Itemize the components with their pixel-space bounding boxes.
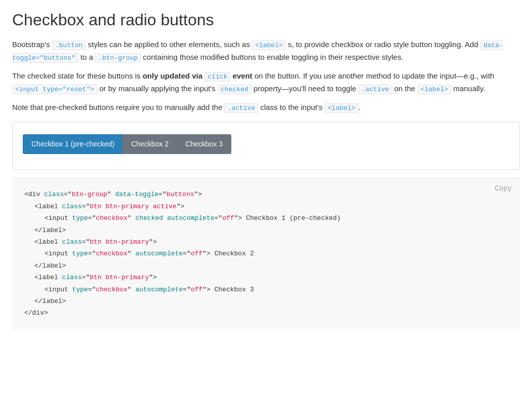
code-line-9: </label> xyxy=(24,295,508,307)
input-reset-code: <input type="reset"> xyxy=(12,85,97,94)
code-line-10: </div> xyxy=(24,307,508,319)
click-code: click xyxy=(204,72,230,82)
p1-middle: styles can be applied to other elements,… xyxy=(86,40,252,49)
p2-event: event xyxy=(232,71,252,80)
checked-code: checked xyxy=(218,85,252,94)
paragraph-2: The checked state for these buttons is o… xyxy=(12,70,520,95)
btn-group-code: .btn-group xyxy=(95,53,141,63)
checkbox-btn-2[interactable]: Checkbox 2 xyxy=(122,134,177,154)
p1-end: containing those modified buttons to ena… xyxy=(141,53,403,61)
p2-property: property—you'll need to toggle xyxy=(252,84,358,93)
label-code-2: <label> xyxy=(418,85,452,94)
code-line-3: </label> xyxy=(24,224,508,236)
code-line-1: <label class="btn btn-primary active"> xyxy=(24,201,508,212)
p2-start: The checked state for these buttons is xyxy=(12,71,143,80)
active-code-2: .active xyxy=(224,103,258,113)
p2-middle: on the button. If you use another method… xyxy=(253,71,495,80)
p2-manually: manually. xyxy=(451,84,485,93)
copy-button[interactable]: Copy xyxy=(495,184,512,193)
code-line-5: <input type="checkbox" autocomplete="off… xyxy=(24,248,508,259)
p1-to-a: to a xyxy=(78,53,95,61)
p1-before-button: Bootstrap's xyxy=(12,40,52,49)
p2-on-the: on the xyxy=(392,84,418,93)
code-line-4: <label class="btn btn-primary"> xyxy=(24,236,508,248)
p2-bold: only updated via xyxy=(143,71,202,80)
p3-start: Note that pre-checked buttons require yo… xyxy=(12,103,224,111)
demo-box: Checkbox 1 (pre-checked) Checkbox 2 Chec… xyxy=(12,122,520,170)
checkbox-btn-1[interactable]: Checkbox 1 (pre-checked) xyxy=(23,134,123,154)
paragraph-1: Bootstrap's .button styles can be applie… xyxy=(12,39,520,64)
checkbox-btn-3[interactable]: Checkbox 3 xyxy=(177,134,231,154)
p3-middle: class to the input's xyxy=(258,103,324,111)
paragraph-3: Note that pre-checked buttons require yo… xyxy=(12,101,520,114)
button-code: .button xyxy=(52,41,86,50)
p3-end: . xyxy=(358,103,360,111)
code-block: Copy <div class="btn-group" data-toggle=… xyxy=(12,178,520,329)
code-line-6: </label> xyxy=(24,260,508,272)
p1-after: s, to provide checkbox or radio style bu… xyxy=(286,40,480,49)
active-code-1: .active xyxy=(358,85,392,94)
code-line-2: <input type="checkbox" checked autocompl… xyxy=(24,212,508,224)
code-line-0: <div class="btn-group" data-toggle="butt… xyxy=(24,188,508,200)
label-code-1: <label> xyxy=(252,41,286,50)
code-line-7: <label class="btn btn-primary"> xyxy=(24,272,508,283)
label-code-3: <label> xyxy=(324,103,358,113)
code-line-8: <input type="checkbox" autocomplete="off… xyxy=(24,284,508,295)
p2-or: or by manually applying the input's xyxy=(97,84,218,93)
checkbox-btn-group: Checkbox 1 (pre-checked) Checkbox 2 Chec… xyxy=(23,134,231,154)
page-title: Checkbox and radio buttons xyxy=(12,10,520,29)
